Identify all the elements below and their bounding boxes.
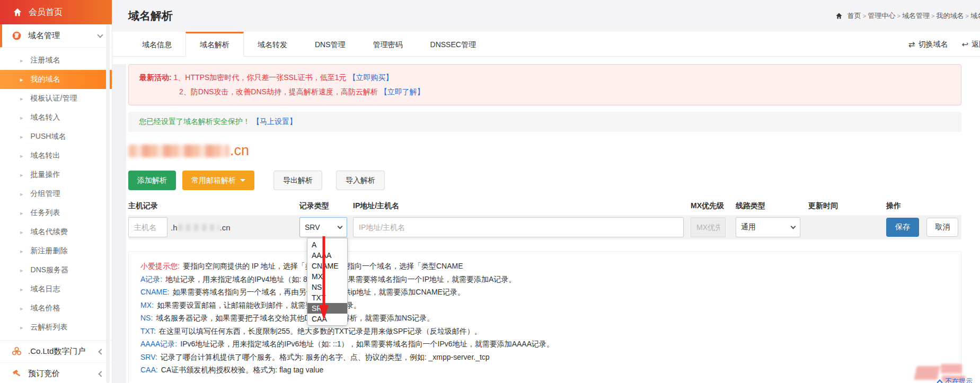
breadcrumb-item[interactable]: 首页 bbox=[847, 12, 861, 20]
body-area: 最新活动: 1、HTTPS加密时代，你只差一张SSL证书，低至1元 【立即购买】… bbox=[112, 64, 980, 383]
back-to-list-button[interactable]: ↩ 返回列表 bbox=[961, 40, 980, 49]
triangle-right-icon: ▸ bbox=[20, 191, 23, 198]
breadcrumb-separator: > bbox=[964, 13, 970, 19]
import-records-button[interactable]: 导入解析 bbox=[336, 171, 385, 190]
help-line: A记录:地址记录，用来指定域名的IPv4地址（如: 8.8.8.8），如果需要将… bbox=[140, 273, 949, 286]
sidebar-item-member-home[interactable]: 会员首页 bbox=[0, 0, 112, 24]
toolbar: 添加解析 常用邮箱解析 导出解析 导入解析 bbox=[128, 171, 961, 190]
sidebar-item[interactable]: ▸PUSH域名 bbox=[0, 127, 112, 146]
help-text: CA证书颁发机构授权校验。格式为: flag tag value bbox=[161, 366, 324, 374]
col-line: 线路类型 bbox=[736, 201, 808, 211]
help-text: IPv6地址记录，用来指定域名的IPv6地址（如: ::1），如果需要将域名指向… bbox=[180, 340, 554, 348]
col-type: 记录类型 bbox=[299, 201, 353, 211]
help-text: 在这里可以填写任何东西，长度限制255。绝大多数的TXT记录是用来做SPF记录（… bbox=[159, 327, 482, 335]
sidebar-item[interactable]: ▸模板认证/管理 bbox=[0, 89, 112, 108]
sidebar-item[interactable]: ▸DNS服务器 bbox=[0, 261, 112, 280]
sidebar-item[interactable]: ▸我的域名 bbox=[0, 70, 112, 89]
sidebar-item[interactable]: ▸任务列表 bbox=[0, 203, 112, 222]
help-line: CNAME:如果需要将域名指向另一个域名，再由另一个域名提供ip地址，就需要添加… bbox=[140, 286, 949, 299]
sidebar-item[interactable]: ▸新注册删除 bbox=[0, 242, 112, 261]
breadcrumb-item[interactable]: 域名解析 bbox=[970, 12, 980, 20]
promo-line-2: 2、防DNS攻击，改善DNS劫持，提高解析速度，高防云解析 【立即了解】 bbox=[139, 85, 950, 99]
sidebar-item[interactable]: ▸域名价格 bbox=[0, 299, 112, 318]
record-help-box: 小爱提示您:要指向空间商提供的 IP 地址，选择「类型A」，要指向一个域名，选择… bbox=[128, 251, 961, 383]
sidebar-item-label: DNS服务器 bbox=[31, 265, 69, 275]
sidebar-item[interactable]: ▸分组管理 bbox=[0, 184, 112, 203]
dropdown-option-SRV[interactable]: SRV bbox=[307, 303, 347, 314]
help-line: AAAA记录:IPv6地址记录，用来指定域名的IPv6地址（如: ::1），如果… bbox=[140, 337, 949, 351]
breadcrumb-item[interactable]: 域名管理 bbox=[902, 12, 930, 20]
tab-DNSSEC管理[interactable]: DNSSEC管理 bbox=[417, 32, 490, 56]
add-record-button[interactable]: 添加解析 bbox=[128, 171, 176, 190]
record-type-dropdown: AAAAACNAMEMXNSTXTSRVCAA bbox=[307, 238, 348, 326]
sidebar-item[interactable]: ▸批量操作 bbox=[0, 165, 112, 184]
promo-line-1: 最新活动: 1、HTTPS加密时代，你只差一张SSL证书，低至1元 【立即购买】 bbox=[139, 70, 950, 85]
host-input[interactable] bbox=[128, 217, 167, 237]
sidebar-section-item[interactable]: .Co.Ltd数字门户 bbox=[0, 341, 112, 363]
tab-域名信息[interactable]: 域名信息 bbox=[128, 32, 186, 56]
save-button[interactable]: 保存 bbox=[886, 218, 919, 237]
record-type-select[interactable]: SRV bbox=[299, 217, 347, 237]
tab-域名转发[interactable]: 域名转发 bbox=[244, 32, 301, 56]
mail-presets-button[interactable]: 常用邮箱解析 bbox=[182, 171, 254, 190]
sidebar-item[interactable]: ▸注册域名 bbox=[0, 51, 112, 70]
sidebar-scrollbar[interactable] bbox=[106, 24, 110, 383]
sidebar-item[interactable]: ▸域名转入 bbox=[0, 108, 112, 127]
sidebar-section-item[interactable]: 预订竞价 bbox=[0, 363, 112, 383]
triangle-right-icon: ▸ bbox=[20, 133, 23, 140]
breadcrumb-item[interactable]: 管理中心 bbox=[868, 12, 895, 20]
help-text: 记录了哪台计算机提供了哪个服务。格式为: 服务的名字、点、协议的类型，例如: _… bbox=[161, 353, 490, 361]
chevron-down-icon bbox=[338, 224, 343, 229]
sidebar-section-domain-management[interactable]: 域名管理 bbox=[0, 24, 112, 48]
triangle-right-icon: ▸ bbox=[20, 267, 23, 274]
col-value: IP地址/主机名 bbox=[353, 201, 691, 211]
sidebar-item-label: 新注册删除 bbox=[31, 246, 68, 256]
help-term: CAA: bbox=[140, 366, 158, 374]
ip-value-input[interactable] bbox=[353, 217, 684, 237]
breadcrumb-separator: > bbox=[861, 13, 868, 19]
tab-管理密码[interactable]: 管理密码 bbox=[359, 32, 417, 56]
learn-more-link[interactable]: 【立即了解】 bbox=[380, 87, 425, 96]
sidebar-item-label: 域名价格 bbox=[31, 304, 60, 313]
col-updated: 更新时间 bbox=[808, 201, 886, 211]
setup-now-link[interactable]: 【马上设置】 bbox=[252, 117, 297, 126]
tab-bar: 域名信息域名解析域名转发DNS管理管理密码DNSSEC管理 ⇄ 切换域名 ↩ 返… bbox=[112, 32, 980, 57]
tab-域名解析[interactable]: 域名解析 bbox=[186, 32, 244, 57]
cancel-button[interactable]: 取消 bbox=[926, 218, 958, 237]
triangle-right-icon: ▸ bbox=[20, 229, 23, 236]
dismiss-hint-button[interactable]: 不在提示 bbox=[938, 377, 973, 383]
breadcrumb-item[interactable]: 我的域名 bbox=[936, 12, 964, 20]
sidebar-item[interactable]: ▸域名日志 bbox=[0, 280, 112, 299]
sidebar-section-label: 预订竞价 bbox=[28, 369, 60, 379]
sidebar-item-label: PUSH域名 bbox=[31, 132, 66, 141]
dropdown-option-TXT[interactable]: TXT bbox=[307, 292, 347, 303]
sidebar-item[interactable]: ▸域名代续费 bbox=[0, 222, 112, 242]
dropdown-option-MX[interactable]: MX bbox=[307, 271, 347, 282]
blurred-domain-name bbox=[128, 145, 229, 157]
help-term: MX: bbox=[140, 301, 154, 309]
sidebar-item[interactable]: ▸云解析列表 bbox=[0, 318, 112, 337]
tab-DNS管理[interactable]: DNS管理 bbox=[301, 32, 359, 56]
sidebar-item-label: 域名代续费 bbox=[31, 227, 68, 237]
dropdown-option-CNAME[interactable]: CNAME bbox=[307, 261, 347, 271]
sidebar-section-label: .Co.Ltd数字门户 bbox=[28, 346, 85, 357]
blurred-domain-mid bbox=[178, 224, 219, 231]
content: 最新活动: 1、HTTPS加密时代，你只差一张SSL证书，低至1元 【立即购买】… bbox=[128, 64, 961, 383]
dropdown-option-A[interactable]: A bbox=[307, 239, 347, 250]
home-icon bbox=[13, 7, 22, 17]
dropdown-option-AAAA[interactable]: AAAA bbox=[307, 250, 347, 261]
left-gutter bbox=[112, 64, 126, 383]
dropdown-option-NS[interactable]: NS bbox=[307, 282, 347, 292]
sidebar-item-label: 云解析列表 bbox=[31, 323, 68, 332]
sidebar-item-label: 模板认证/管理 bbox=[31, 94, 77, 103]
table-header: 主机记录 记录类型 IP地址/主机名 MX优先级 线路类型 更新时间 操作 bbox=[128, 201, 961, 215]
dropdown-option-CAA[interactable]: CAA bbox=[307, 314, 347, 324]
switch-domain-button[interactable]: ⇄ 切换域名 bbox=[908, 40, 948, 49]
sidebar-menu: ▸注册域名▸我的域名▸模板认证/管理▸域名转入▸PUSH域名▸域名转出▸批量操作… bbox=[0, 48, 112, 337]
sidebar-item-label: 我的域名 bbox=[31, 75, 60, 84]
breadcrumb-separator: > bbox=[930, 13, 937, 19]
sidebar-item[interactable]: ▸域名转出 bbox=[0, 146, 112, 165]
line-type-select[interactable]: 通用 bbox=[736, 217, 800, 237]
buy-now-link[interactable]: 【立即购买】 bbox=[348, 73, 393, 82]
export-records-button[interactable]: 导出解析 bbox=[273, 171, 322, 190]
